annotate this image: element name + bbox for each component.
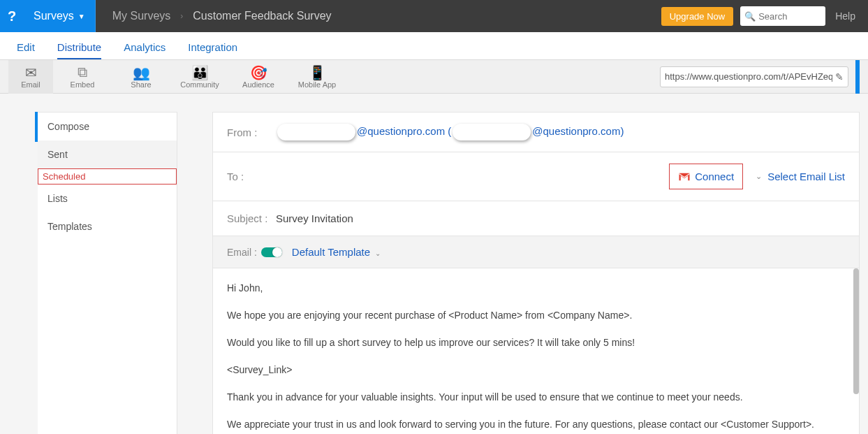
body-line: Thank you in advance for your valuable i…	[227, 390, 845, 405]
gmail-connect-label: Connect	[695, 171, 734, 182]
top-bar: ? Surveys ▼ My Surveys › Customer Feedba…	[0, 0, 868, 32]
body-line: <Survey_Link>	[227, 363, 845, 377]
gmail-connect-button[interactable]: Connect	[669, 164, 743, 189]
mobile-icon: 📱	[288, 65, 346, 80]
tool-audience-label: Audience	[229, 80, 288, 89]
tool-community[interactable]: 👪 Community	[170, 65, 229, 89]
from-label: From :	[227, 126, 276, 138]
tool-embed[interactable]: ⧉ Embed	[53, 65, 112, 89]
to-row: To : Connect ⌄ Select Email List	[213, 152, 859, 201]
upgrade-button[interactable]: Upgrade Now	[661, 7, 734, 26]
from-domain1: @questionpro.com (	[357, 125, 451, 137]
main-area: Compose Sent Scheduled Lists Templates F…	[0, 94, 868, 434]
subject-label: Subject :	[227, 212, 276, 224]
breadcrumb: My Surveys › Customer Feedback Survey	[112, 10, 661, 22]
template-dropdown[interactable]: Default Template ⌄	[292, 246, 381, 258]
subject-row: Subject : Survey Invitation	[213, 201, 859, 236]
from-row: From : @questionpro.com (@questionpro.co…	[213, 113, 859, 152]
to-label: To :	[227, 171, 276, 182]
community-icon: 👪	[170, 65, 229, 80]
scrollbar-thumb[interactable]	[853, 268, 859, 394]
email-sidebar: Compose Sent Scheduled Lists Templates	[38, 112, 177, 434]
subnav-edit[interactable]: Edit	[6, 34, 46, 59]
sidebar-lists[interactable]: Lists	[38, 185, 177, 212]
compose-panel: From : @questionpro.com (@questionpro.co…	[212, 112, 860, 434]
email-template-row: Email : Default Template ⌄	[213, 236, 859, 268]
email-label: Email :	[227, 247, 257, 258]
sidebar-compose[interactable]: Compose	[38, 113, 177, 140]
chevron-down-icon: ⌄	[375, 249, 381, 257]
tool-email[interactable]: ✉ Email	[8, 60, 53, 94]
body-line: We hope you are enjoying your recent pur…	[227, 308, 845, 323]
body-scrollbar[interactable]	[853, 268, 859, 434]
crumb-my-surveys[interactable]: My Surveys	[112, 10, 171, 22]
surveys-label: Surveys	[34, 10, 74, 22]
gmail-icon	[678, 172, 691, 182]
tool-mobile-label: Mobile App	[288, 80, 346, 89]
select-list-label: Select Email List	[767, 171, 845, 182]
tool-mobile[interactable]: 📱 Mobile App	[288, 65, 346, 89]
subnav-analytics[interactable]: Analytics	[112, 34, 177, 59]
subnav-integration[interactable]: Integration	[177, 34, 249, 59]
crumb-survey-name: Customer Feedback Survey	[193, 10, 331, 22]
from-domain2: @questionpro.com)	[532, 125, 624, 137]
embed-icon: ⧉	[53, 65, 112, 80]
sub-nav: Edit Distribute Analytics Integration	[0, 32, 868, 60]
body-line: Would you like to fill up a short survey…	[227, 335, 845, 350]
edit-url-icon[interactable]: ✎	[835, 71, 844, 82]
tool-email-label: Email	[8, 80, 53, 89]
chevron-down-icon: ⌄	[756, 172, 762, 181]
subnav-distribute[interactable]: Distribute	[57, 34, 101, 59]
survey-url-input[interactable]	[665, 71, 832, 82]
search-input-wrap[interactable]: 🔍	[740, 6, 825, 26]
right-accent-bar	[855, 60, 860, 94]
logo-icon[interactable]: ?	[0, 0, 24, 32]
from-value: @questionpro.com (@questionpro.com)	[276, 124, 624, 140]
survey-url-box[interactable]: ✎	[660, 66, 848, 87]
email-body-editor[interactable]: Hi John, We hope you are enjoying your r…	[213, 268, 859, 434]
tool-audience[interactable]: 🎯 Audience	[229, 65, 288, 89]
sidebar-scheduled[interactable]: Scheduled	[38, 169, 176, 184]
search-input[interactable]	[758, 11, 821, 22]
sidebar-templates[interactable]: Templates	[38, 212, 177, 240]
redacted-from-name	[277, 124, 355, 140]
email-icon: ✉	[8, 65, 53, 80]
help-link[interactable]: Help	[835, 10, 855, 22]
share-icon: 👥	[112, 65, 170, 80]
chevron-down-icon: ▼	[78, 13, 85, 20]
distribute-toolbar: ✉ Email ⧉ Embed 👥 Share 👪 Community 🎯 Au…	[0, 60, 868, 94]
tool-embed-label: Embed	[53, 80, 112, 89]
redacted-from-email	[453, 124, 531, 140]
template-name: Default Template	[292, 246, 370, 258]
select-email-list[interactable]: ⌄ Select Email List	[756, 171, 845, 182]
surveys-dropdown[interactable]: Surveys ▼	[24, 0, 96, 32]
sidebar-scheduled-highlight: Scheduled	[38, 168, 177, 185]
body-line: We appreciate your trust in us and look …	[227, 417, 845, 432]
audience-icon: 🎯	[229, 65, 288, 80]
subject-value[interactable]: Survey Invitation	[276, 212, 353, 224]
tool-community-label: Community	[170, 80, 229, 89]
search-icon: 🔍	[744, 11, 756, 22]
template-toggle[interactable]	[261, 247, 282, 257]
body-line: Hi John,	[227, 281, 845, 296]
sidebar-sent[interactable]: Sent	[38, 140, 177, 168]
tool-share[interactable]: 👥 Share	[112, 65, 170, 89]
tool-share-label: Share	[112, 80, 170, 89]
crumb-sep: ›	[180, 11, 183, 21]
